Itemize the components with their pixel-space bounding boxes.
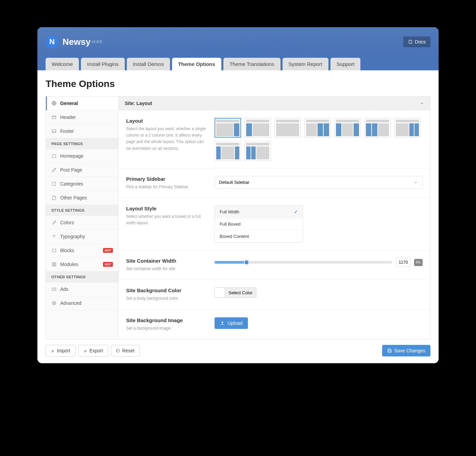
panel: Site: Layout Layout Select the layout yo… <box>119 97 430 339</box>
sidebar-item-footer[interactable]: Footer <box>46 124 118 138</box>
field-desc: Select whether you want a boxed or a ful… <box>126 213 208 226</box>
book-icon <box>51 181 57 186</box>
sidebar-item-label: Colors <box>60 220 74 225</box>
import-button[interactable]: Import <box>46 345 75 356</box>
footer: Import Export Reset Save Changes <box>37 339 439 363</box>
type-icon <box>51 234 57 239</box>
layout-option[interactable] <box>215 118 241 138</box>
layout-option[interactable] <box>215 141 241 161</box>
primary-sidebar-select[interactable]: Default Sidebar <box>215 176 423 189</box>
export-button[interactable]: Export <box>78 345 108 356</box>
svg-rect-7 <box>54 263 56 264</box>
layout-style-option[interactable]: Boxed Content <box>215 230 303 242</box>
layout-style-option[interactable]: Full Boxed <box>215 218 303 230</box>
sidebar-item-modules[interactable]: Modules HOT <box>46 258 118 271</box>
tab-welcome[interactable]: Welcome <box>46 58 79 70</box>
panel-header[interactable]: Site: Layout <box>119 97 430 110</box>
home-icon <box>51 154 57 158</box>
sidebar: General Header Footer PAGE SETTINGS Home… <box>46 97 119 339</box>
brand: N Newsyv1.0.0 <box>46 35 102 48</box>
sidebar-header-style-settings: STYLE SETTINGS <box>46 205 118 216</box>
sidebar-item-post-page[interactable]: Post Page <box>46 163 118 177</box>
logo-icon: N <box>46 35 58 48</box>
download-icon <box>83 349 87 353</box>
sidebar-item-typography[interactable]: Typography <box>46 230 118 244</box>
tab-theme-options[interactable]: Theme Options <box>172 58 221 70</box>
tab-system-report[interactable]: System Report <box>283 58 328 70</box>
layout-option[interactable] <box>274 118 301 138</box>
globe-icon <box>51 101 57 106</box>
svg-point-11 <box>53 302 55 304</box>
file-icon <box>51 195 57 200</box>
sidebar-item-label: Modules <box>60 262 78 267</box>
field-primary-sidebar: Primary Sidebar Pick a sidebar for Prima… <box>119 169 430 198</box>
field-title: Site Background Image <box>126 317 208 323</box>
refresh-icon <box>116 349 120 353</box>
field-title: Layout <box>126 118 208 124</box>
select-color-button[interactable]: Select Color <box>215 287 256 298</box>
sidebar-item-other-pages[interactable]: Other Pages <box>46 191 118 205</box>
field-title: Layout Style <box>126 206 208 211</box>
panel-title: Site: Layout <box>125 101 152 106</box>
layout-style-option[interactable]: Full Width ✓ <box>215 206 303 218</box>
sidebar-item-general[interactable]: General <box>46 97 118 110</box>
tab-install-demos[interactable]: Install Demos <box>127 58 170 70</box>
width-slider[interactable] <box>215 261 392 264</box>
field-desc: Set a background image. <box>126 325 208 332</box>
layout-option[interactable] <box>394 118 421 138</box>
svg-rect-1 <box>52 116 56 119</box>
sidebar-item-advanced[interactable]: Advanced <box>46 296 118 310</box>
sidebar-item-label: Other Pages <box>60 195 87 200</box>
width-input[interactable] <box>396 258 411 267</box>
field-bg-color: Site Background Color Set a body backgro… <box>119 280 430 310</box>
field-bg-image: Site Background Image Set a background i… <box>119 310 430 339</box>
sidebar-item-header[interactable]: Header <box>46 110 118 124</box>
brand-name: Newsy <box>63 37 90 47</box>
main: General Header Footer PAGE SETTINGS Home… <box>46 96 430 339</box>
svg-rect-5 <box>52 249 56 252</box>
save-icon <box>387 348 392 353</box>
rectangle-icon <box>51 129 57 134</box>
sidebar-header-other-settings: OTHER SETTINGS <box>46 271 118 282</box>
sidebar-item-label: Post Page <box>60 167 82 173</box>
header-bar: N Newsyv1.0.0 Docs Welcome Install Plugi… <box>37 27 439 70</box>
hot-badge: HOT <box>103 262 113 267</box>
sidebar-item-label: Footer <box>60 128 74 134</box>
layout-option[interactable] <box>244 141 271 161</box>
save-button[interactable]: Save Changes <box>382 345 430 356</box>
sidebar-item-homepage[interactable]: Homepage <box>46 149 118 163</box>
svg-rect-6 <box>52 263 54 264</box>
docs-label: Docs <box>415 39 426 45</box>
window: N Newsyv1.0.0 Docs Welcome Install Plugi… <box>37 27 439 363</box>
tab-theme-translations[interactable]: Theme Translations <box>223 58 280 70</box>
sidebar-item-categories[interactable]: Categories <box>46 177 118 191</box>
layout-option[interactable] <box>364 118 391 138</box>
sidebar-item-ads[interactable]: Ads <box>46 282 118 296</box>
chevron-up-icon <box>420 101 424 105</box>
tab-install-plugins[interactable]: Install Plugins <box>81 58 125 70</box>
docs-button[interactable]: Docs <box>403 36 430 47</box>
sidebar-item-label: General <box>60 101 78 106</box>
sidebar-item-label: Typography <box>60 234 85 239</box>
upload-button[interactable]: Upload <box>215 317 248 329</box>
field-layout-style: Layout Style Select whether you want a b… <box>119 198 430 250</box>
color-swatch <box>215 288 225 297</box>
sidebar-item-blocks[interactable]: Blocks HOT <box>46 244 118 258</box>
field-container-width: Site Container Width Set cointainer widt… <box>119 250 430 280</box>
sidebar-item-colors[interactable]: Colors <box>46 216 118 230</box>
layout-options <box>215 118 423 161</box>
field-desc: Set a body background color. <box>126 295 208 302</box>
page-title: Theme Options <box>46 78 430 89</box>
field-title: Primary Sidebar <box>126 176 208 182</box>
layout-option[interactable] <box>334 118 361 138</box>
field-title: Site Container Width <box>126 258 208 264</box>
tab-support[interactable]: Support <box>330 58 361 70</box>
grid-icon <box>51 262 57 267</box>
layout-option[interactable] <box>244 118 271 138</box>
sidebar-item-label: Blocks <box>60 248 74 253</box>
rectangle-icon <box>51 248 57 253</box>
rectangle-icon <box>51 115 57 120</box>
svg-rect-9 <box>54 265 56 266</box>
layout-option[interactable] <box>304 118 331 138</box>
reset-button[interactable]: Reset <box>111 345 140 356</box>
